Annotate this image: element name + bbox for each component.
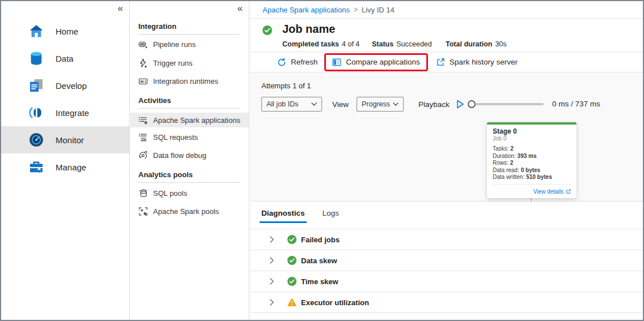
success-icon — [287, 235, 296, 244]
develop-icon — [28, 78, 44, 93]
monitor-item-sql-requests[interactable]: SQL SQL requests — [130, 129, 249, 145]
monitor-item-sql-pools[interactable]: SQL pools — [130, 185, 249, 201]
monitor-item-pipeline-runs[interactable]: Pipeline runs — [130, 36, 249, 52]
sidebar-item-label: Home — [56, 27, 78, 36]
diagnostic-row-time-skew[interactable]: Time skew — [250, 271, 643, 292]
monitor-item-label: Trigger runs — [153, 59, 193, 67]
diagnostic-row-failed-jobs[interactable]: Failed jobs — [250, 229, 643, 250]
view-dropdown[interactable]: Progress — [357, 97, 404, 112]
attempts-panel: Attempts 1 of 1 All job IDs View Progres… — [250, 72, 643, 202]
stat-total-duration: Total duration30s — [446, 40, 507, 48]
breadcrumb: Apache Spark applications > Livy ID 14 — [250, 1, 643, 19]
sidebar-item-label: Monitor — [56, 135, 84, 145]
sidebar-item-label: Data — [56, 54, 74, 63]
job-id-filter-value: All job IDs — [266, 100, 298, 108]
toolbar: Refresh Compare applications Spark histo… — [250, 52, 643, 72]
playback-slider-handle[interactable] — [468, 100, 476, 108]
diagnostic-label: Executor utilization — [301, 298, 369, 307]
refresh-button[interactable]: Refresh — [277, 58, 317, 67]
stage-subtitle: Job 0 — [493, 135, 571, 142]
chevron-right-icon — [269, 236, 275, 243]
chevron-down-icon — [311, 102, 317, 106]
monitor-item-label: Integration runtimes — [153, 77, 218, 85]
monitor-item-integration-runtimes[interactable]: Integration runtimes — [130, 73, 249, 89]
stage-tooltip-card: Stage 0 Job 0 Tasks:2 Duration:393 ms Ro… — [487, 122, 577, 198]
compare-applications-label: Compare applications — [346, 58, 420, 66]
page-title: Job name — [282, 23, 335, 36]
chevron-right-icon — [269, 299, 275, 306]
diagnostic-label: Data skew — [301, 256, 337, 265]
sidebar-item-label: Manage — [56, 162, 86, 172]
monitor-item-apache-spark-applications[interactable]: Apache Spark applications — [130, 113, 249, 127]
monitor-sidebar: « Integration Pipeline runs Trigger runs… — [130, 1, 249, 320]
sidebar-item-monitor[interactable]: Monitor — [1, 126, 129, 153]
stage-data-written: Data written:510 bytes — [493, 174, 571, 181]
sidebar-item-home[interactable]: Home — [1, 18, 129, 45]
sql-requests-icon: SQL — [138, 132, 148, 142]
manage-icon — [28, 159, 44, 175]
collapse-primary-sidebar-icon[interactable]: « — [118, 3, 123, 13]
sidebar-item-data[interactable]: Data — [1, 45, 129, 72]
playback-slider-track[interactable] — [476, 103, 544, 105]
monitor-item-label: Pipeline runs — [153, 40, 196, 49]
monitor-item-label: Data flow debug — [153, 151, 206, 160]
diagnostic-row-data-skew[interactable]: Data skew — [250, 250, 643, 271]
divider — [138, 182, 240, 183]
playback-time: 0 ms / 737 ms — [552, 100, 600, 108]
diagnostics-list: Failed jobs Data skew Time skew Executor… — [250, 229, 643, 313]
stage-duration: Duration:393 ms — [493, 153, 571, 160]
svg-text:SQL: SQL — [141, 137, 147, 140]
monitor-item-label: SQL requests — [153, 133, 198, 142]
job-id-filter-dropdown[interactable]: All job IDs — [261, 97, 322, 112]
section-header-integration: Integration — [138, 22, 240, 31]
view-details-link[interactable]: View details — [487, 186, 577, 198]
stage-rows: Rows:2 — [493, 160, 571, 167]
sidebar-item-label: Integrate — [56, 108, 89, 118]
spark-applications-icon — [138, 115, 148, 125]
warning-icon — [287, 298, 296, 307]
highlight-box: Compare applications — [324, 53, 428, 71]
external-link-icon — [436, 58, 445, 67]
play-icon[interactable] — [456, 100, 464, 109]
stat-completed-tasks: Completed tasks4 of 4 — [282, 40, 359, 48]
integration-runtimes-icon — [138, 76, 148, 86]
diagnostic-label: Failed jobs — [301, 236, 340, 244]
job-header: Job name Completed tasks4 of 4 StatusSuc… — [250, 19, 643, 52]
tab-diagnostics[interactable]: Diagnostics — [260, 209, 307, 223]
diagnostic-label: Time skew — [301, 277, 338, 286]
monitor-item-label: Apache Spark applications — [153, 116, 240, 125]
home-icon — [28, 23, 44, 39]
success-icon — [262, 25, 272, 35]
collapse-monitor-sidebar-icon[interactable]: « — [238, 3, 243, 13]
spark-history-server-button[interactable]: Spark history server — [436, 58, 518, 67]
primary-sidebar: « Home Data Develop Integrate Monitor — [1, 1, 130, 320]
refresh-label: Refresh — [291, 58, 317, 66]
chevron-down-icon — [393, 102, 399, 106]
diagnostic-row-executor-utilization[interactable]: Executor utilization — [250, 292, 643, 313]
stage-data-read: Data read:0 bytes — [493, 167, 571, 174]
monitor-item-label: Apache Spark pools — [153, 207, 219, 216]
spark-pools-icon — [138, 207, 148, 216]
compare-applications-icon — [332, 58, 341, 67]
playback-label: Playback — [418, 100, 450, 109]
chevron-right-icon — [269, 278, 275, 285]
success-icon — [287, 277, 296, 286]
monitor-item-trigger-runs[interactable]: Trigger runs — [130, 55, 249, 71]
synapse-monitor-window: « Home Data Develop Integrate Monitor — [0, 0, 644, 321]
database-icon — [28, 50, 44, 66]
divider — [493, 184, 571, 185]
divider — [138, 108, 240, 109]
stage-title: Stage 0 — [493, 127, 571, 135]
sidebar-item-manage[interactable]: Manage — [1, 153, 129, 181]
breadcrumb-parent-link[interactable]: Apache Spark applications — [262, 6, 350, 14]
sidebar-item-develop[interactable]: Develop — [1, 72, 129, 99]
tab-logs[interactable]: Logs — [321, 209, 341, 221]
view-label: View — [332, 100, 349, 109]
monitor-item-data-flow-debug[interactable]: Data flow debug — [130, 147, 249, 163]
monitor-item-apache-spark-pools[interactable]: Apache Spark pools — [130, 203, 249, 219]
sidebar-item-label: Develop — [56, 81, 87, 91]
view-details-external-icon — [566, 189, 571, 194]
spark-history-server-label: Spark history server — [450, 58, 518, 66]
compare-applications-button[interactable]: Compare applications — [332, 58, 420, 67]
sidebar-item-integrate[interactable]: Integrate — [1, 99, 129, 126]
